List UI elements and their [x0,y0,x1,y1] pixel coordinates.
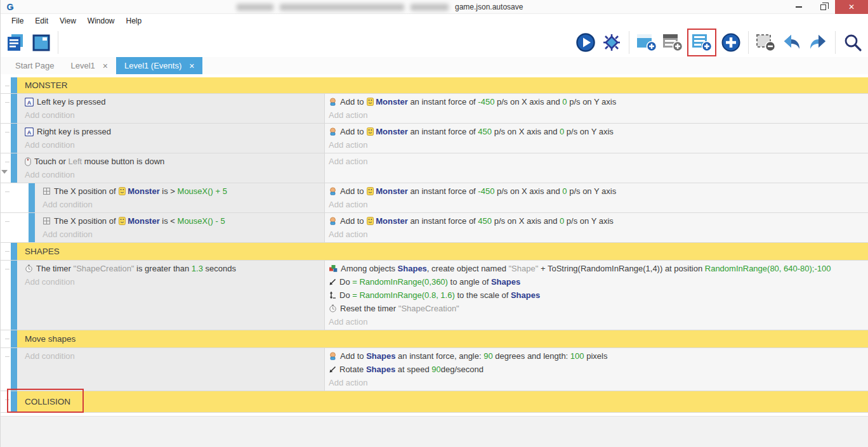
tab-level1-scene[interactable]: Level1 × [62,57,116,74]
add-action-link[interactable]: Add action [329,155,868,168]
action-line[interactable]: Add to Monster an instant force of 450 p… [329,125,868,138]
menu-edit[interactable]: Edit [29,15,54,27]
add-condition-link[interactable]: Add condition [25,138,324,152]
action-line[interactable]: Among objects Shapes, create object name… [329,262,868,275]
tab-close-icon[interactable]: × [103,62,108,70]
conditions-cell: Touch or Left mouse button is downAdd co… [17,153,324,183]
condition-line[interactable]: Touch or Left mouse button is down [25,155,324,168]
event-group-label: MONSTER [25,81,68,90]
menu-file[interactable]: File [6,15,29,27]
redo-button[interactable] [806,30,829,55]
window-title-text: game.json.autosave [455,3,523,11]
add-action-link[interactable]: Add action [329,376,868,389]
add-object-button[interactable] [720,30,742,55]
add-condition-link[interactable]: Add condition [25,108,324,122]
tab-label: Start Page [15,61,54,70]
action-line[interactable]: Add to Shapes an instant force, angle: 9… [329,349,868,363]
minimize-button[interactable] [787,0,811,14]
debug-button[interactable] [600,30,623,55]
event-group-row: SHAPES [1,243,868,261]
restore-button[interactable] [811,0,835,14]
preview-play-button[interactable] [574,30,597,55]
app-logo-icon: Ǥ [5,2,15,12]
menu-help[interactable]: Help [121,15,148,27]
add-action-link[interactable]: Add action [329,198,868,211]
tab-level1-events[interactable]: Level1 (Events) × [116,57,203,74]
event-group-header[interactable]: COLLISION [17,391,868,412]
menu-window[interactable]: Window [82,15,121,27]
event-selection-bar[interactable] [29,183,35,212]
condition-line[interactable]: ARight key is pressed [25,125,324,138]
add-event-button[interactable] [690,30,713,55]
action-line[interactable]: Rotate Shapes at speed 90deg/second [329,363,868,376]
add-condition-link[interactable]: Add condition [25,168,324,181]
action-line[interactable]: Do = RandomInRange(0.8, 1.6) to the scal… [329,288,868,302]
redacted-title-segment [411,4,449,11]
collapse-arrow-icon[interactable] [1,170,8,174]
add-external-events-button[interactable] [661,30,684,55]
start-page-button[interactable] [30,30,53,55]
event-group-header[interactable]: MONSTER [17,77,868,93]
condition-line[interactable]: The X position of Monster is < MouseX() … [43,214,324,228]
event-selection-bar[interactable] [11,124,17,153]
action-line[interactable]: Add to Monster an instant force of 450 p… [329,214,868,228]
actions-cell: Add to Monster an instant force of -450 … [324,183,868,212]
menu-view[interactable]: View [54,15,82,27]
action-line[interactable]: Do = RandomInRange(0,360) to angle of Sh… [329,275,868,288]
toolbar-separator [629,31,629,54]
action-line[interactable]: Reset the timer "ShapeCreation" [329,302,868,315]
menu-bar: File Edit View Window Help [1,14,868,28]
toolbar [1,28,868,57]
event-row: ARight key is pressedAdd conditionAdd to… [1,124,868,153]
event-selection-bar[interactable] [11,153,17,183]
tab-start-page[interactable]: Start Page [7,57,62,74]
action-line[interactable]: Add to Monster an instant force of -450 … [329,95,868,108]
add-action-link[interactable]: Add action [329,315,868,328]
undo-icon [782,32,802,53]
event-selection-bar[interactable] [11,330,17,347]
force-icon [329,127,337,136]
event-selection-bar[interactable] [11,77,17,93]
event-selection-bar[interactable] [11,348,17,391]
event-selection-bar[interactable] [11,243,17,260]
add-condition-link[interactable]: Add condition [43,198,324,211]
conditions-cell: ARight key is pressedAdd condition [17,124,324,153]
add-condition-link[interactable]: Add condition [25,275,324,288]
conditions-cell: ALeft key is pressedAdd condition [17,94,324,123]
add-event-icon [691,32,713,53]
redacted-title-segment [237,4,273,11]
add-scene-button[interactable] [635,30,658,55]
toolbar-separator [748,31,749,54]
add-action-link[interactable]: Add action [329,108,868,122]
add-action-link[interactable]: Add action [329,138,868,152]
start-page-icon [32,33,51,52]
event-selection-bar[interactable] [29,213,35,242]
undo-button[interactable] [780,30,803,55]
event-group-header[interactable]: SHAPES [17,243,868,260]
add-action-link[interactable]: Add action [329,228,868,241]
event-group-header[interactable]: Move shapes [17,330,868,347]
keyboard-key-icon: A [25,127,34,136]
search-button[interactable] [841,30,864,55]
event-selection-bar[interactable] [11,94,17,123]
add-condition-link[interactable]: Add condition [43,228,324,241]
condition-line[interactable]: ALeft key is pressed [25,95,324,108]
mouse-icon [25,157,31,166]
project-manager-button[interactable] [4,30,27,55]
close-button[interactable]: ✕ [835,0,868,14]
monster-object-icon [367,127,374,136]
add-condition-link[interactable]: Add condition [25,349,324,363]
remove-event-icon [755,32,777,53]
add-external-events-icon [662,32,683,53]
event-selection-bar[interactable] [11,261,17,330]
monster-object-icon [367,217,374,225]
remove-event-button[interactable] [754,30,777,55]
toolbar-separator [58,31,58,54]
redacted-title-segment [280,4,404,11]
event-row: ALeft key is pressedAdd conditionAdd to … [1,94,868,124]
condition-line[interactable]: The X position of Monster is > MouseX() … [43,185,324,198]
project-manager-icon [6,33,25,52]
tab-close-icon[interactable]: × [189,62,194,70]
action-line[interactable]: Add to Monster an instant force of -450 … [329,185,868,198]
condition-line[interactable]: The timer "ShapeCreation" is greater tha… [25,262,324,275]
